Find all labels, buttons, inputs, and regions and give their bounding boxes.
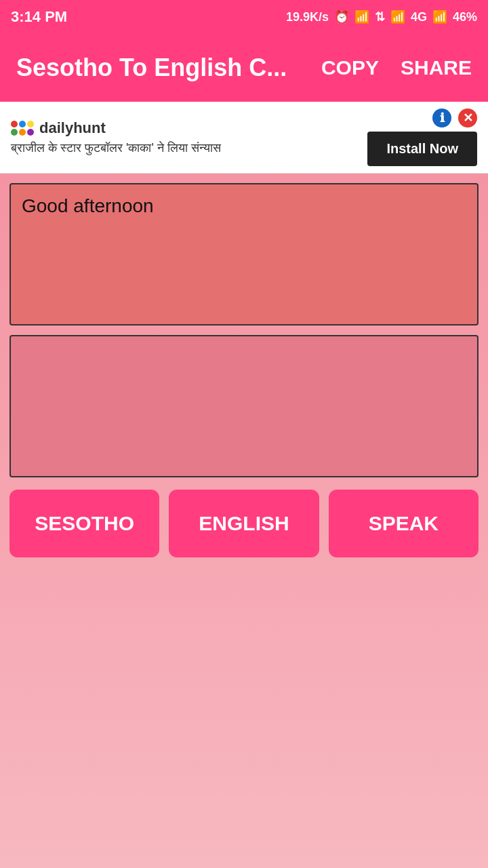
status-bar: 3:14 PM 19.9K/s ⏰ 📶 ⇅ 📶 4G 📶 46%: [0, 0, 488, 34]
ad-left: dailyhunt ब्राजील के स्टार फुटबॉलर 'काका…: [11, 119, 367, 155]
ad-right: ℹ ✕ Install Now: [367, 108, 477, 166]
install-button[interactable]: Install Now: [367, 132, 477, 166]
ad-close-button[interactable]: ✕: [458, 108, 477, 127]
ad-logo-dots: [11, 121, 34, 136]
app-title: Sesotho To English C...: [16, 54, 321, 82]
copy-button[interactable]: COPY: [321, 56, 379, 79]
input-textarea[interactable]: Good afternoon: [9, 183, 479, 326]
dot-4: [11, 129, 18, 136]
ad-text: ब्राजील के स्टार फुटबॉलर 'काका' ने लिया …: [11, 141, 367, 155]
wifi-icon: 📶: [354, 9, 369, 24]
status-left: 3:14 PM: [11, 8, 67, 26]
ad-info-button[interactable]: ℹ: [432, 108, 451, 127]
dot-5: [19, 129, 26, 136]
speak-button[interactable]: SPEAK: [329, 490, 479, 557]
share-button[interactable]: SHARE: [401, 56, 472, 79]
english-button[interactable]: ENGLISH: [169, 490, 319, 557]
ad-controls: ℹ ✕: [432, 108, 477, 127]
status-right: 19.9K/s ⏰ 📶 ⇅ 📶 4G 📶 46%: [286, 9, 477, 24]
buttons-row: SESOTHO ENGLISH SPEAK: [9, 490, 479, 557]
battery-label: 46%: [453, 10, 477, 24]
app-bar: Sesotho To English C... COPY SHARE: [0, 34, 488, 102]
dot-3: [27, 121, 34, 127]
dot-1: [11, 121, 18, 127]
ad-logo: dailyhunt: [11, 119, 367, 137]
signal-icon: 📶: [390, 9, 405, 24]
sesotho-button[interactable]: SESOTHO: [9, 490, 159, 557]
time-label: 3:14 PM: [11, 8, 67, 26]
network-speed: 19.9K/s: [286, 10, 329, 24]
output-textarea[interactable]: [9, 335, 479, 477]
data-transfer-icon: ⇅: [375, 9, 385, 24]
signal2-icon: 📶: [432, 9, 447, 24]
4g-label: 4G: [411, 10, 427, 24]
alarm-icon: ⏰: [334, 9, 349, 24]
ad-logo-text: dailyhunt: [39, 119, 106, 137]
dot-6: [27, 129, 34, 136]
main-content: Good afternoon SESOTHO ENGLISH SPEAK: [0, 174, 488, 567]
dot-2: [19, 121, 26, 127]
app-bar-actions: COPY SHARE: [321, 56, 472, 79]
ad-banner: dailyhunt ब्राजील के स्टार फुटबॉलर 'काका…: [0, 102, 488, 174]
